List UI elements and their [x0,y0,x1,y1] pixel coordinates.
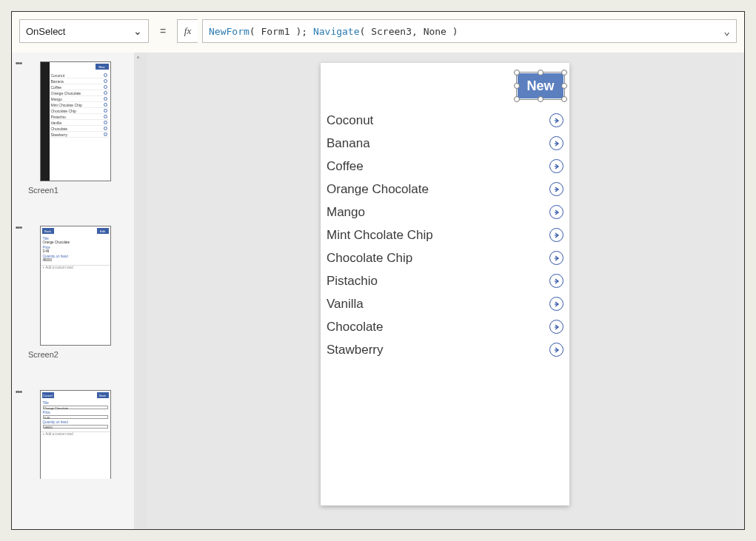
arrow-right-icon [104,85,107,89]
list-item-label: Mint Chcolate Chip [327,228,433,243]
arrow-right-icon[interactable] [549,182,563,196]
list-item[interactable]: Coffee [324,155,566,178]
arrow-right-icon[interactable] [549,205,563,219]
thumb-label-1: Screen1 [28,186,125,195]
arrow-right-icon [104,97,107,101]
list-item-label: Mango [327,205,365,220]
thumb-list-item: Mango [51,96,109,102]
arrow-right-icon[interactable] [549,343,563,357]
scrollbar[interactable]: ˄ [134,53,147,529]
arrow-right-icon [104,91,107,95]
thumb-list-item: Coconut [51,73,109,78]
thumb-list-item: Stawberry [51,132,109,138]
list-item[interactable]: Pistachio [324,269,566,292]
equals-label: = [153,19,173,43]
chevron-down-icon[interactable]: ⌄ [724,25,730,37]
list-item[interactable]: Orange Chocolate [324,178,566,201]
property-select-value: OnSelect [26,26,65,37]
thumb-save-button: Save [97,392,109,398]
list-item-label: Pistachio [327,274,378,289]
arrow-right-icon[interactable] [549,136,563,150]
thumb-list-item: Vanilla [51,120,109,126]
thumb-list-item: Chocolate [51,126,109,132]
list-item[interactable]: Stawberry [324,338,566,361]
app-frame: OnSelect ⌄ = fx NewForm( Form1 ); Naviga… [11,11,745,530]
arrow-right-icon[interactable] [549,320,563,334]
arrow-right-icon [104,103,107,107]
chevron-up-icon[interactable]: ˄ [136,56,140,64]
thumb-list-item: Coffee [51,84,109,90]
screen-thumbnail-1[interactable]: New CoconutBananaCoffeeOrange ChocolateM… [40,61,111,181]
arrow-right-icon[interactable] [549,228,563,242]
list-item-label: Banana [327,136,370,151]
list-item[interactable]: Mint Chcolate Chip [324,224,566,246]
thumb-cancel-button: Cancel [42,392,54,398]
screen-thumbnails-pane: ••• New CoconutBananaCoffeeOrange Chocol… [12,53,134,529]
screen-thumbnail-3[interactable]: Cancel Save Title Orange Chocolate Price… [40,390,111,479]
list-item[interactable]: Chocolate Chip [324,246,566,269]
thumb-back-button: Back [42,228,54,234]
thumb-list-item: Chocolate Chip [51,108,109,114]
thumb-new-button: New [96,64,109,70]
design-canvas[interactable]: New CoconutBananaCoffeeOrange ChocolateM… [147,53,744,529]
thumb-wrap-2: ••• Back Edit Title Orange Chocolate Pri… [12,217,134,371]
formula-text: NewForm( Form1 ); Navigate( Screen3, Non… [209,26,458,37]
list-item-label: Orange Chocolate [327,182,429,197]
list-item-label: Chocolate Chip [327,251,412,266]
arrow-right-icon [104,109,107,112]
fx-icon[interactable]: fx [177,19,198,43]
list-item[interactable]: Coconut [324,109,566,132]
content-area: ••• New CoconutBananaCoffeeOrange Chocol… [12,53,744,529]
arrow-right-icon[interactable] [549,297,563,311]
arrow-right-icon [104,79,107,83]
thumb-list-item: Mint Chcolate Chip [51,102,109,108]
thumb-wrap-3: ••• Cancel Save Title Orange Chocolate P… [12,381,134,492]
list-item[interactable]: Banana [324,132,566,155]
arrow-right-icon[interactable] [549,159,563,173]
list-item-label: Vanilla [327,297,364,312]
thumb-edit-button: Edit [97,228,109,234]
arrow-right-icon[interactable] [549,274,563,288]
list-item-label: Chocolate [327,320,384,335]
list-item-label: Coffee [327,159,364,174]
thumb-list-item: Orange Chocolate [51,90,109,96]
arrow-right-icon[interactable] [549,113,563,127]
thumb-wrap-1: ••• New CoconutBananaCoffeeOrange Chocol… [12,53,134,206]
arrow-right-icon [104,115,107,118]
thumb-label-2: Screen2 [28,350,125,359]
more-icon[interactable]: ••• [13,387,24,396]
formula-bar: OnSelect ⌄ = fx NewForm( Form1 ); Naviga… [12,12,744,43]
list-item[interactable]: Vanilla [324,292,566,315]
arrow-right-icon [104,73,107,77]
gallery-list: CoconutBananaCoffeeOrange ChocolateMango… [324,109,566,361]
app-screen: New CoconutBananaCoffeeOrange ChocolateM… [321,63,569,505]
arrow-right-icon[interactable] [549,251,563,265]
thumb-list-item: Pistachio [51,114,109,120]
list-item[interactable]: Mango [324,201,566,224]
formula-input[interactable]: NewForm( Form1 ); Navigate( Screen3, Non… [202,19,737,43]
arrow-right-icon [104,127,107,130]
arrow-right-icon [104,121,107,124]
list-item-label: Coconut [327,113,373,128]
chevron-down-icon: ⌄ [133,25,142,37]
screen-thumbnail-2[interactable]: Back Edit Title Orange Chocolate Price 3… [40,226,111,346]
list-item-label: Stawberry [327,343,384,357]
thumb-list-item: Banana [51,78,109,84]
arrow-right-icon [104,132,107,136]
property-select[interactable]: OnSelect ⌄ [19,19,149,43]
more-icon[interactable]: ••• [13,58,24,67]
list-item[interactable]: Chocolate [324,315,566,338]
more-icon[interactable]: ••• [13,223,24,232]
new-button[interactable]: New [518,73,563,98]
